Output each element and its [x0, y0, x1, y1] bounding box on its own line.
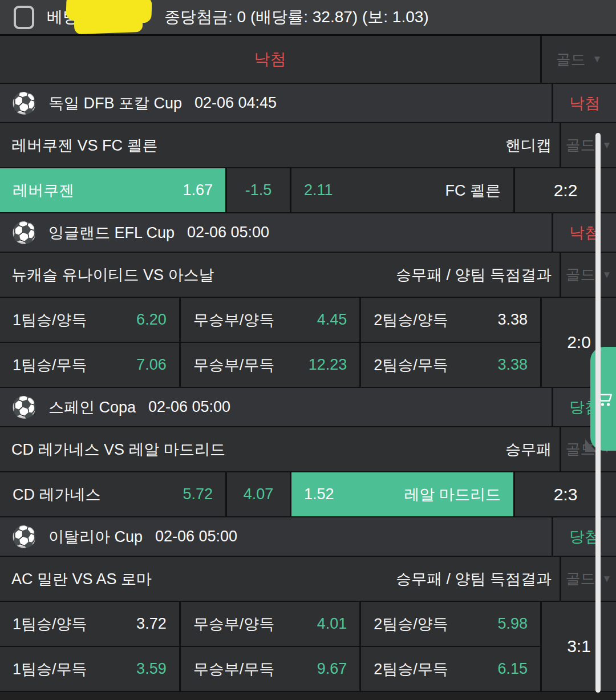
gold-dropdown[interactable]: 골드 ▼ — [566, 135, 612, 155]
odds-label: 2팀승/무득 — [374, 659, 448, 679]
away-team-name: 레알 마드리드 — [404, 484, 501, 505]
odds-cell[interactable]: 1팀승/무득 7.06 — [0, 343, 181, 387]
home-odds-value: 1.67 — [183, 181, 213, 199]
odds-grid: 1팀승/양득 3.72 무승부/양득 4.01 2팀승/양득 5.98 1팀승/… — [0, 602, 616, 692]
league-name: 잉글랜드 EFL Cup — [48, 222, 175, 243]
odds-value: 6.15 — [497, 660, 528, 678]
soccer-ball-icon: ⚽ — [11, 527, 37, 547]
odds-cell-home[interactable]: 레버쿠젠 1.67 — [0, 168, 227, 212]
slip-result-row: 낙첨 골드 ▼ — [0, 36, 616, 84]
teams-label: 뉴캐슬 유나이티드 VS 아스날 — [11, 265, 214, 285]
odds-value: 6.20 — [136, 311, 167, 329]
home-odds-value: 5.72 — [183, 485, 213, 503]
odds-label: 2팀승/양득 — [374, 310, 448, 330]
odds-cell-draw[interactable]: 4.07 — [227, 472, 291, 516]
slip-payout-summary: 종당첨금: 0 (배당률: 32.87) (보: 1.03) — [164, 6, 429, 28]
gold-dropdown-label: 골드 — [566, 265, 595, 285]
league-header: ⚽ 이탈리아 Cup 02-06 05:00 당첨 — [0, 517, 616, 557]
home-team-name: CD 레가네스 — [13, 484, 101, 505]
odds-value: 5.98 — [497, 615, 528, 633]
league-header: ⚽ 스페인 Copa 02-06 05:00 당첨 — [0, 388, 616, 427]
odds-label: 2팀승/양득 — [374, 614, 448, 634]
chevron-down-icon: ▼ — [602, 140, 612, 151]
league-name: 이탈리아 Cup — [48, 527, 143, 547]
teams-label: 레버쿠젠 VS FC 쾰른 — [11, 135, 158, 156]
match-row: CD 레가네스 VS 레알 마드리드 승무패 골드 ▼ — [0, 427, 616, 472]
odds-cell[interactable]: 1팀승/무득 3.59 — [0, 647, 181, 691]
odds-label: 무승부/무득 — [193, 355, 275, 375]
odds-cell-away[interactable]: 2.11 FC 쾰른 — [291, 168, 515, 212]
odds-cell[interactable]: 2팀승/무득 6.15 — [361, 647, 540, 691]
away-team-name: FC 쾰른 — [445, 180, 501, 201]
gold-dropdown-label: 골드 — [566, 569, 595, 589]
odds-cell[interactable]: 무승부/양득 4.45 — [181, 298, 362, 342]
slip-status-badge: 낙첨 — [254, 48, 286, 70]
gold-dropdown[interactable]: 골드 ▼ — [566, 569, 612, 589]
odds-value: 9.67 — [317, 660, 347, 678]
match-row: 뉴캐슬 유나이티드 VS 아스날 승무패 / 양팀 득점결과 골드 ▼ — [0, 253, 616, 298]
odds-row: CD 레가네스 5.72 4.07 1.52 레알 마드리드 2:3 — [0, 472, 616, 517]
select-all-checkbox[interactable] — [14, 6, 34, 29]
slip-header: 베팅 종당첨금: 0 (배당률: 32.87) (보: 1.03) — [0, 0, 616, 36]
match-status-badge: 낙첨 — [569, 93, 600, 114]
chevron-down-icon: ▼ — [593, 54, 602, 65]
odds-label: 1팀승/무득 — [13, 355, 87, 375]
odds-label: 1팀승/무득 — [13, 659, 87, 679]
odds-value: 7.06 — [136, 356, 167, 374]
odds-cell[interactable]: 무승부/양득 4.01 — [181, 602, 362, 646]
home-team-name: 레버쿠젠 — [13, 180, 74, 201]
league-name: 스페인 Copa — [48, 397, 136, 418]
odds-cell[interactable]: 무승부/무득 9.67 — [181, 647, 362, 691]
match-row: 레버쿠젠 VS FC 쾰른 핸디캡 골드 ▼ — [0, 123, 616, 168]
betting-slip-screen: 베팅 종당첨금: 0 (배당률: 32.87) (보: 1.03) 낙첨 골드 … — [0, 0, 616, 700]
cart-button[interactable] — [590, 347, 616, 451]
odds-cell-line[interactable]: -1.5 — [227, 168, 291, 212]
gold-dropdown-label: 골드 — [556, 50, 586, 70]
odds-value: 3.38 — [497, 356, 528, 374]
odds-cell-home[interactable]: CD 레가네스 5.72 — [0, 472, 227, 516]
odds-cell-away[interactable]: 1.52 레알 마드리드 — [291, 472, 515, 516]
teams-label: CD 레가네스 VS 레알 마드리드 — [11, 439, 225, 460]
odds-cell[interactable]: 2팀승/양득 5.98 — [361, 602, 540, 646]
odds-cell[interactable]: 2팀승/무득 3.38 — [361, 343, 540, 387]
score-value: 3:1 — [567, 637, 591, 656]
teams-label: AC 밀란 VS AS 로마 — [11, 569, 152, 589]
odds-label: 무승부/양득 — [193, 614, 275, 634]
match-time: 02-06 05:00 — [155, 528, 237, 545]
odds-label: 무승부/양득 — [193, 310, 275, 330]
score-value: 2:0 — [567, 333, 591, 352]
league-header: ⚽ 독일 DFB 포칼 Cup 02-06 04:45 낙첨 — [0, 84, 616, 123]
away-odds-value: 2.11 — [304, 181, 333, 199]
score-value: 2:3 — [554, 485, 578, 504]
market-label: 승무패 / 양팀 득점결과 — [396, 265, 552, 285]
odds-value: 4.45 — [317, 311, 347, 329]
odds-value: 3.38 — [497, 311, 528, 329]
odds-grid: 1팀승/양득 6.20 무승부/양득 4.45 2팀승/양득 3.38 1팀승/… — [0, 298, 616, 388]
odds-label: 2팀승/무득 — [374, 355, 448, 375]
gold-dropdown[interactable]: 골드 ▼ — [556, 50, 602, 70]
scrollbar-thumb[interactable] — [595, 133, 601, 693]
redaction-sticker — [74, 14, 143, 34]
match-time: 02-06 05:00 — [148, 398, 230, 416]
odds-cell[interactable]: 2팀승/양득 3.38 — [361, 298, 540, 342]
odds-cell[interactable]: 1팀승/양득 6.20 — [0, 298, 181, 342]
chevron-down-icon: ▼ — [602, 269, 612, 281]
draw-odds-value: 4.07 — [244, 485, 274, 503]
away-odds-value: 1.52 — [304, 485, 334, 503]
handicap-line-value: -1.5 — [245, 181, 272, 199]
market-label: 핸디캡 — [505, 135, 552, 156]
odds-label: 무승부/무득 — [193, 659, 275, 679]
chevron-down-icon: ▼ — [602, 573, 612, 585]
score-value: 2:2 — [554, 181, 578, 200]
odds-value: 3.72 — [136, 615, 167, 633]
odds-cell[interactable]: 무승부/무득 12.23 — [181, 343, 362, 387]
odds-label: 1팀승/양득 — [13, 310, 87, 330]
gold-dropdown[interactable]: 골드 ▼ — [566, 265, 612, 285]
league-name: 독일 DFB 포칼 Cup — [48, 93, 182, 114]
market-label: 승무패 — [505, 439, 552, 460]
odds-value: 3.59 — [136, 660, 167, 678]
league-header: ⚽ 잉글랜드 EFL Cup 02-06 05:00 낙첨 — [0, 213, 616, 253]
market-label: 승무패 / 양팀 득점결과 — [396, 569, 552, 589]
odds-cell[interactable]: 1팀승/양득 3.72 — [0, 602, 181, 646]
odds-row: 레버쿠젠 1.67 -1.5 2.11 FC 쾰른 2:2 — [0, 168, 616, 213]
